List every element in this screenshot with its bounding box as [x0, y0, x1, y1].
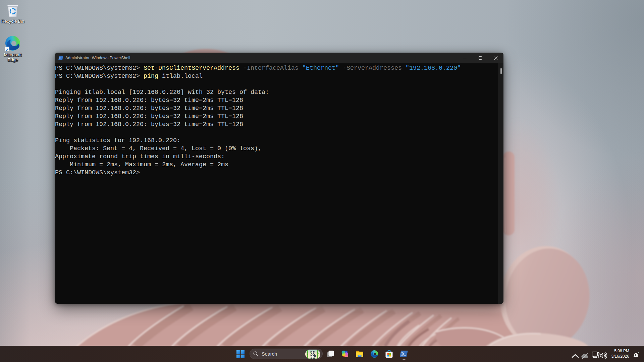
svg-text:z: z	[635, 353, 636, 356]
svg-text:z: z	[638, 351, 639, 354]
